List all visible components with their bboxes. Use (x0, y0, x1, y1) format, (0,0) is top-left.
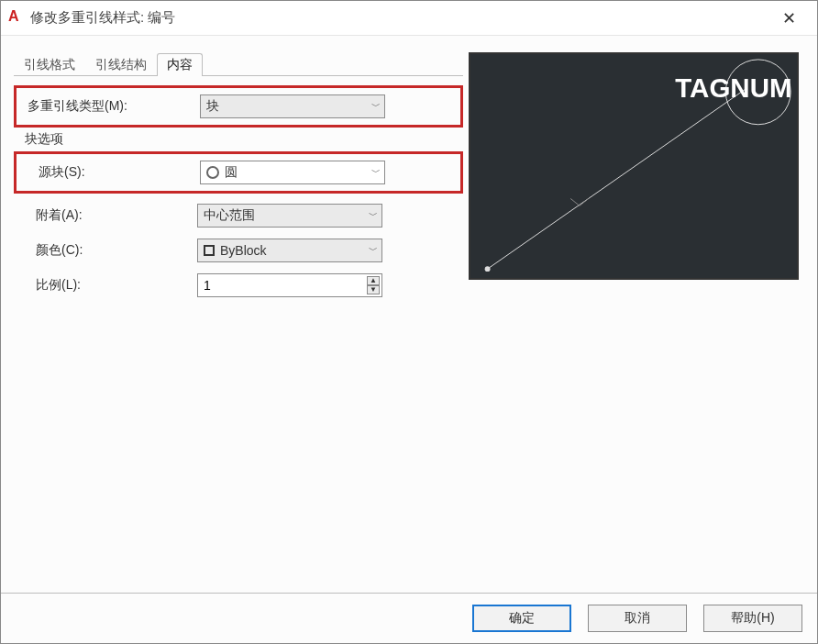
scale-spinner[interactable]: ▲ ▼ (197, 273, 382, 297)
color-combo[interactable]: ByBlock ﹀ (197, 239, 382, 262)
block-options-group: 块选项 (14, 131, 463, 148)
chevron-down-icon: ﹀ (371, 166, 381, 179)
window-title: 修改多重引线样式: 编号 (30, 9, 175, 27)
help-button[interactable]: 帮助(H) (703, 605, 802, 632)
button-row: 确定 取消 帮助(H) (472, 605, 802, 632)
attachment-combo[interactable]: 中心范围 ﹀ (197, 204, 382, 228)
leader-arrowhead (485, 266, 491, 272)
block-options-label: 块选项 (14, 131, 463, 148)
chevron-down-icon: ﹀ (371, 100, 381, 113)
source-block-value: 圆 (225, 164, 238, 181)
tab-label: 引线结构 (95, 57, 147, 72)
spin-up-button[interactable]: ▲ (367, 276, 380, 285)
mleader-type-label: 多重引线类型(M): (17, 98, 200, 115)
mleader-type-value: 块 (206, 98, 219, 115)
cancel-button[interactable]: 取消 (588, 605, 687, 632)
tab-leader-format[interactable]: 引线格式 (14, 53, 85, 76)
separator (1, 593, 817, 594)
attachment-label: 附着(A): (14, 207, 197, 224)
chevron-down-icon: ﹀ (369, 209, 378, 222)
tab-strip: 引线格式 引线结构 内容 (14, 52, 463, 76)
chevron-down-icon: ﹀ (369, 244, 378, 257)
left-column: 引线格式 引线结构 内容 多重引线类型(M): 块 ﹀ (14, 52, 463, 588)
square-icon (204, 245, 215, 256)
spin-down-button[interactable]: ▼ (367, 285, 380, 294)
scale-input[interactable] (204, 278, 367, 293)
attachment-value: 中心范围 (204, 207, 255, 224)
color-value: ByBlock (220, 243, 267, 258)
source-block-label: 源块(S): (17, 164, 200, 181)
tab-content[interactable]: 内容 (157, 53, 203, 76)
leader-line (488, 88, 746, 269)
mleader-type-combo[interactable]: 块 ﹀ (200, 94, 385, 118)
circle-icon (206, 166, 219, 179)
ok-label: 确定 (509, 610, 535, 627)
color-label: 颜色(C): (14, 242, 197, 259)
cancel-label: 取消 (625, 610, 650, 627)
preview-svg: TAGNUM (470, 54, 797, 278)
right-column: TAGNUM (463, 52, 804, 588)
tab-label: 内容 (167, 57, 193, 72)
source-block-combo[interactable]: 圆 ﹀ (200, 161, 385, 184)
dialog-body: 引线格式 引线结构 内容 多重引线类型(M): 块 ﹀ (1, 36, 817, 588)
scale-label: 比例(L): (14, 277, 197, 294)
app-icon (8, 10, 25, 27)
tag-text: TAGNUM (675, 72, 791, 103)
close-button[interactable]: ✕ (768, 1, 810, 36)
title-bar: 修改多重引线样式: 编号 ✕ (1, 1, 817, 36)
preview-panel: TAGNUM (469, 52, 799, 280)
highlight-mleader-type: 多重引线类型(M): 块 ﹀ (14, 85, 463, 128)
ok-button[interactable]: 确定 (472, 605, 571, 632)
highlight-source-block: 源块(S): 圆 ﹀ (14, 151, 463, 194)
tab-label: 引线格式 (24, 57, 75, 72)
close-icon: ✕ (782, 8, 796, 28)
help-label: 帮助(H) (731, 610, 774, 627)
tab-leader-structure[interactable]: 引线结构 (85, 53, 157, 76)
